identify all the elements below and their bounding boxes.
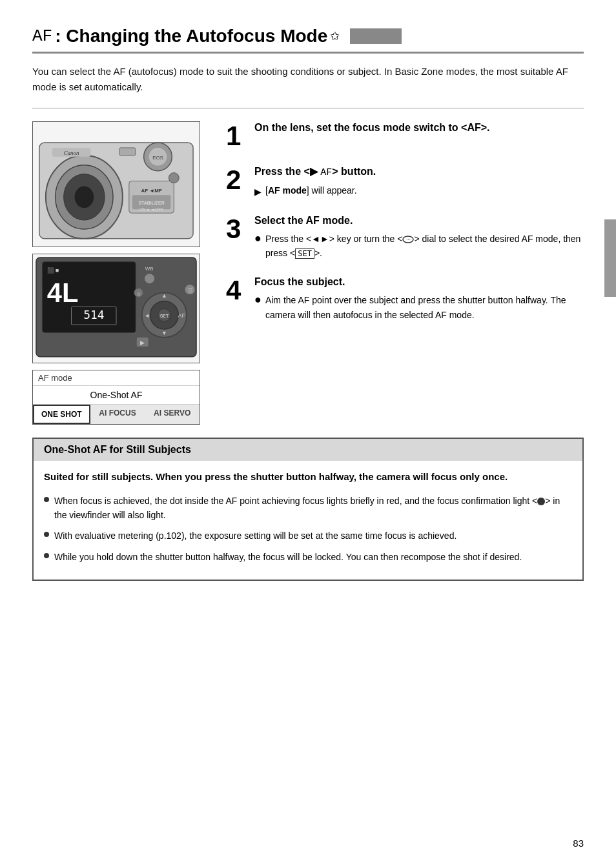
af-option-aiservo: AI SERVO xyxy=(145,405,200,424)
step-2-detail: ▶ [AF mode] will appear. xyxy=(254,183,584,199)
svg-text:EOS: EOS xyxy=(152,155,163,161)
af-mode-selected-value: One-Shot AF xyxy=(33,386,200,405)
step-4: 4 Focus the subject. ● Aim the AF point … xyxy=(226,276,584,322)
step-1-content: On the lens, set the focus mode switch t… xyxy=(254,121,584,139)
svg-point-25 xyxy=(145,274,155,284)
step-3-detail: ● Press the <◄►> key or turn the <⋯> dia… xyxy=(254,232,584,261)
arrow-bullet-2: ▶ xyxy=(254,185,262,199)
step-1: 1 On the lens, set the focus mode switch… xyxy=(226,121,584,150)
step-1-number: 1 xyxy=(226,121,254,150)
svg-text:▼: ▼ xyxy=(161,330,167,336)
svg-text:4L: 4L xyxy=(47,278,79,308)
step-3-number: 3 xyxy=(226,214,254,243)
right-column: 1 On the lens, set the focus mode switch… xyxy=(226,121,584,425)
svg-text:ON◄  ◄OFF: ON◄ ◄OFF xyxy=(139,207,163,212)
step-2-title: Press the <▶ AF> button. xyxy=(254,165,584,179)
svg-text:▶: ▶ xyxy=(140,339,145,346)
svg-text:⬛: ⬛ xyxy=(47,267,55,274)
page-number: 83 xyxy=(573,838,584,849)
svg-text:STABILIZER: STABILIZER xyxy=(138,201,164,205)
bullet-circle-2 xyxy=(44,532,49,537)
af-option-aifocus: AI FOCUS xyxy=(90,405,145,424)
svg-text:■: ■ xyxy=(56,267,59,274)
left-column: Canon EOS AF ◄MF STABILIZER ON◄ ◄OFF xyxy=(32,121,213,425)
title-bar-decoration xyxy=(350,28,402,44)
camera-top-diagram: Canon EOS AF ◄MF STABILIZER ON◄ ◄OFF xyxy=(32,121,200,247)
oneshot-bullet-3: While you hold down the shutter button h… xyxy=(44,550,572,564)
svg-text:AF  ◄MF: AF ◄MF xyxy=(141,188,162,194)
step-4-detail-text: Aim the AF point over the subject and pr… xyxy=(265,293,584,322)
step-1-title: On the lens, set the focus mode switch t… xyxy=(254,121,584,135)
svg-text:◄: ◄ xyxy=(144,312,150,319)
svg-text:Canon: Canon xyxy=(64,150,79,156)
oneshot-bullet-1-text: When focus is achieved, the dot inside t… xyxy=(54,494,572,523)
step-2-number: 2 xyxy=(226,165,254,194)
lcd-back-diagram: ⬛ ■ 4L 514 WB SET ▲ ▼ ◄ AF xyxy=(32,254,200,363)
oneshot-section: One-Shot AF for Still Subjects Suited fo… xyxy=(32,438,584,581)
af-mode-box: AF mode One-Shot AF ONE SHOT AI FOCUS AI… xyxy=(32,370,200,425)
main-content: Canon EOS AF ◄MF STABILIZER ON◄ ◄OFF xyxy=(32,121,584,425)
af-mode-header-label: AF mode xyxy=(33,370,200,386)
oneshot-body: Suited for still subjects. When you pres… xyxy=(34,461,582,580)
step-3-content: Select the AF mode. ● Press the <◄►> key… xyxy=(254,214,584,261)
step-2-content: Press the <▶ AF> button. ▶ [AF mode] wil… xyxy=(254,165,584,199)
section-divider xyxy=(32,108,584,108)
step-2: 2 Press the <▶ AF> button. ▶ [AF mode] w… xyxy=(226,165,584,199)
step-3-title: Select the AF mode. xyxy=(254,214,584,228)
af-option-oneshot: ONE SHOT xyxy=(33,405,90,424)
svg-text:SET: SET xyxy=(160,314,169,318)
svg-text:⋯: ⋯ xyxy=(406,237,411,242)
svg-point-15 xyxy=(169,173,179,183)
dot-bullet-4: ● xyxy=(254,293,262,307)
bullet-circle-3 xyxy=(44,553,49,558)
svg-text:▲: ▲ xyxy=(161,292,167,299)
bullet-circle-1 xyxy=(44,497,49,502)
step-3-detail-text: Press the <◄►> key or turn the <⋯> dial … xyxy=(265,232,584,261)
svg-point-4 xyxy=(75,186,94,208)
af-mode-options-row: ONE SHOT AI FOCUS AI SERVO xyxy=(33,405,200,424)
oneshot-bullet-2-text: With evaluative metering (p.102), the ex… xyxy=(54,529,457,543)
svg-text:WB: WB xyxy=(145,266,154,272)
oneshot-header: One-Shot AF for Still Subjects xyxy=(34,439,582,461)
camera-svg: Canon EOS AF ◄MF STABILIZER ON◄ ◄OFF xyxy=(33,122,200,247)
svg-text:⊙: ⊙ xyxy=(137,292,141,296)
oneshot-bullet-3-text: While you hold down the shutter button h… xyxy=(54,550,522,564)
dot-bullet-3: ● xyxy=(254,232,262,246)
step-4-detail: ● Aim the AF point over the subject and … xyxy=(254,293,584,322)
svg-text:AF: AF xyxy=(178,312,186,319)
page-heading: AF: Changing the Autofocus Mode✩ xyxy=(32,26,340,46)
oneshot-subtitle: Suited for still subjects. When you pres… xyxy=(44,470,572,485)
af-prefix: AF xyxy=(32,26,52,46)
svg-text:514: 514 xyxy=(83,308,104,321)
lcd-svg: ⬛ ■ 4L 514 WB SET ▲ ▼ ◄ AF xyxy=(33,254,200,360)
page-title-section: AF: Changing the Autofocus Mode✩ xyxy=(32,26,584,54)
sidebar-tab xyxy=(604,219,616,297)
step-4-number: 4 xyxy=(226,276,254,304)
oneshot-bullet-1: When focus is achieved, the dot inside t… xyxy=(44,494,572,523)
star-icon: ✩ xyxy=(330,29,340,43)
step-4-content: Focus the subject. ● Aim the AF point ov… xyxy=(254,276,584,322)
oneshot-bullet-2: With evaluative metering (p.102), the ex… xyxy=(44,529,572,543)
title-main: : Changing the Autofocus Mode xyxy=(55,26,327,46)
step-2-detail-text: [AF mode] will appear. xyxy=(265,183,357,197)
svg-text:☰: ☰ xyxy=(188,288,192,294)
intro-paragraph: You can select the AF (autofocus) mode t… xyxy=(32,64,584,95)
step-4-title: Focus the subject. xyxy=(254,276,584,289)
step-3: 3 Select the AF mode. ● Press the <◄►> k… xyxy=(226,214,584,261)
svg-rect-16 xyxy=(119,148,136,156)
